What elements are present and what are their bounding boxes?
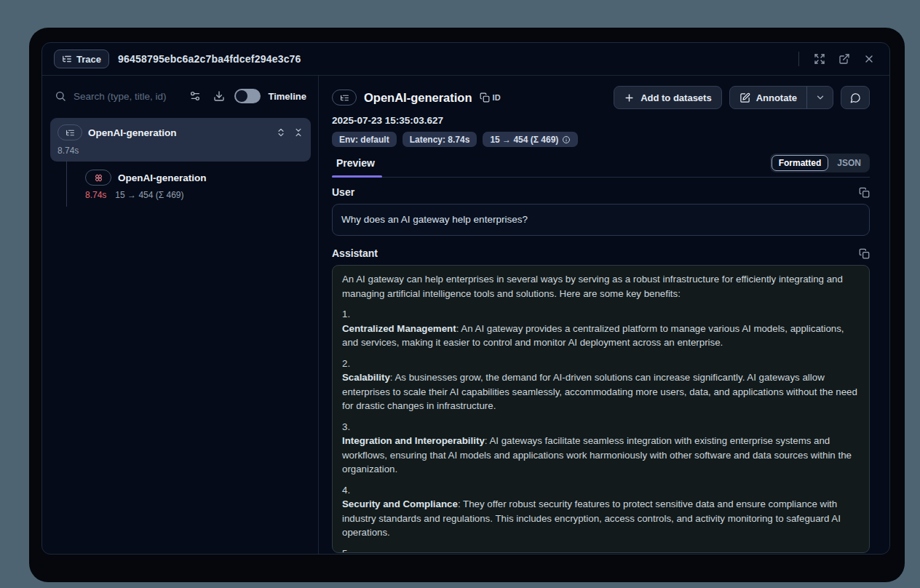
id-label: ID	[493, 93, 501, 102]
open-external-button[interactable]	[834, 49, 854, 69]
clover-icon	[94, 173, 103, 183]
tree-child-label: OpenAI-generation	[118, 172, 207, 183]
comments-button[interactable]	[841, 86, 870, 109]
tree-child-tokens: 15 → 454 (Σ 469)	[115, 190, 183, 200]
generation-type-icon-badge	[85, 170, 111, 186]
plus-icon	[624, 92, 635, 103]
assistant-paragraph: 5.	[342, 547, 860, 554]
search-icon	[55, 90, 66, 102]
tree-root-label: OpenAI-generation	[88, 127, 177, 138]
format-toggle-formatted[interactable]: Formatted	[772, 155, 829, 171]
search-input[interactable]	[74, 91, 180, 102]
user-section-header: User	[332, 186, 870, 198]
sliders-icon	[189, 90, 201, 102]
observation-tree: OpenAI-generation 8.74s OpenAI-gen	[50, 118, 311, 200]
tab-preview[interactable]: Preview	[332, 154, 379, 177]
trace-type-badge: Trace	[54, 49, 109, 68]
copy-icon	[480, 92, 490, 103]
metadata-badges: Env: default Latency: 8.74s 15 → 454 (Σ …	[332, 132, 870, 147]
expand-all-icon[interactable]	[276, 127, 286, 138]
user-section-label: User	[332, 186, 354, 198]
tab-preview-label: Preview	[336, 157, 375, 169]
trace-badge-label: Trace	[76, 54, 101, 65]
assistant-message-box: An AI gateway can help enterprises in se…	[332, 265, 870, 553]
annotate-button[interactable]: Annotate	[730, 87, 806, 108]
format-toggle-json[interactable]: JSON	[830, 155, 868, 171]
copy-user-button[interactable]	[859, 187, 870, 198]
list-tree-icon	[66, 128, 75, 138]
assistant-paragraph: 4.Security and Compliance: They offer ro…	[342, 483, 860, 540]
tree-root-duration: 8.74s	[58, 146, 304, 156]
timeline-toggle-label: Timeline	[268, 91, 306, 102]
trace-topbar: Trace 96458795ebc6a2c7ba4fdcef294e3c76	[42, 43, 889, 76]
tree-branch-line	[66, 160, 67, 207]
timeline-toggle[interactable]	[234, 89, 261, 103]
format-toggle: Formatted JSON	[770, 154, 870, 172]
collapse-all-icon[interactable]	[293, 127, 304, 138]
user-message-box: Why does an AI gateway help enterprises?	[332, 204, 870, 236]
list-tree-icon	[340, 93, 349, 103]
annotate-label: Annotate	[756, 92, 797, 103]
list-tree-icon	[62, 54, 72, 64]
annotate-dropdown-button[interactable]	[806, 87, 833, 108]
window-frame: Trace 96458795ebc6a2c7ba4fdcef294e3c76	[29, 28, 905, 582]
close-button[interactable]	[859, 49, 879, 69]
add-to-datasets-label: Add to datasets	[641, 92, 712, 103]
tabs-bar: Preview Formatted JSON	[332, 154, 870, 178]
trace-id: 96458795ebc6a2c7ba4fdcef294e3c76	[118, 53, 301, 65]
trace-tree-sidebar: Timeline OpenAI-generation 8.74s	[42, 76, 319, 555]
copy-icon	[859, 248, 870, 259]
token-usage-badge[interactable]: 15 → 454 (Σ 469)	[483, 132, 578, 147]
close-icon	[863, 53, 875, 65]
token-usage-text: 15 → 454 (Σ 469)	[490, 135, 558, 145]
assistant-section-header: Assistant	[332, 247, 870, 259]
add-to-datasets-button[interactable]: Add to datasets	[614, 86, 722, 109]
copy-id-button[interactable]: ID	[480, 92, 501, 103]
observation-header: OpenAI-generation ID Add to datasets	[332, 86, 870, 109]
tree-item-trace-root[interactable]: OpenAI-generation 8.74s	[50, 118, 311, 162]
message-bubble-icon	[850, 92, 861, 103]
trace-type-icon-badge	[332, 90, 357, 106]
sidebar-search-row: Timeline	[50, 84, 311, 108]
trace-type-icon-badge	[58, 124, 82, 140]
download-icon	[213, 90, 225, 102]
chevron-down-icon	[815, 92, 825, 103]
assistant-paragraph: An AI gateway can help enterprises in se…	[342, 272, 860, 301]
assistant-paragraph: 3.Integration and Interoperability: AI g…	[342, 420, 860, 477]
observation-detail: OpenAI-generation ID Add to datasets	[319, 76, 889, 555]
expand-icon	[814, 53, 825, 65]
download-button[interactable]	[211, 87, 228, 105]
square-pen-icon	[739, 92, 750, 103]
copy-assistant-button[interactable]	[859, 248, 870, 259]
tree-item-generation[interactable]: OpenAI-generation 8.74s 15 → 454 (Σ 469)	[85, 170, 311, 200]
assistant-paragraph: 1.Centralized Management: An AI gateway …	[342, 307, 860, 350]
expand-fullscreen-button[interactable]	[809, 49, 830, 69]
view-settings-button[interactable]	[187, 87, 204, 105]
annotate-split-button: Annotate	[729, 86, 833, 109]
page-title: OpenAI-generation	[364, 91, 472, 105]
tree-child-duration: 8.74s	[85, 190, 106, 200]
latency-badge: Latency: 8.74s	[402, 132, 477, 147]
env-badge: Env: default	[332, 132, 397, 147]
external-link-icon	[838, 53, 850, 65]
active-tab-indicator	[332, 175, 382, 178]
trace-detail-panel: Trace 96458795ebc6a2c7ba4fdcef294e3c76	[41, 42, 890, 555]
assistant-section-label: Assistant	[332, 247, 378, 259]
assistant-paragraph: 2.Scalability: As businesses grow, the d…	[342, 357, 860, 413]
info-icon	[562, 135, 571, 144]
timestamp: 2025-07-23 15:35:03.627	[332, 115, 870, 126]
topbar-divider	[798, 52, 799, 66]
copy-icon	[859, 187, 870, 198]
